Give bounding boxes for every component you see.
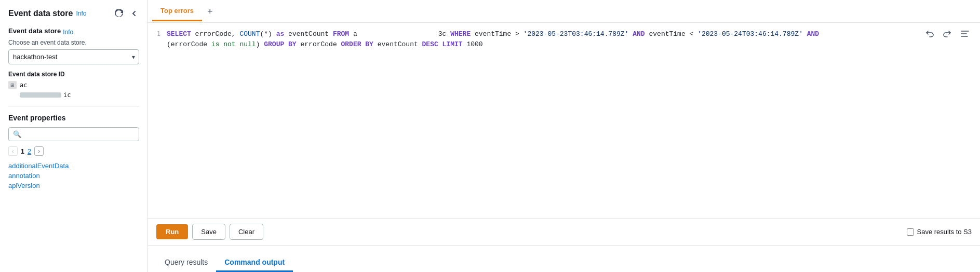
property-list: additionalEventData annotation apiVersio… bbox=[8, 162, 139, 189]
divider bbox=[8, 106, 139, 106]
choose-label: Choose an event data store. bbox=[8, 39, 139, 46]
prev-page-button[interactable]: ‹ bbox=[8, 146, 18, 156]
tab-query-results[interactable]: Query results bbox=[156, 254, 216, 272]
line-number: 1 bbox=[152, 29, 160, 37]
property-search-input[interactable] bbox=[24, 130, 135, 138]
results-tabs: Query results Command output bbox=[148, 245, 980, 272]
tab-top-errors[interactable]: Top errors bbox=[152, 2, 202, 21]
sidebar-title-group: Event data store Info bbox=[8, 9, 87, 18]
undo-button[interactable] bbox=[923, 27, 936, 43]
sidebar-title: Event data store bbox=[8, 9, 73, 18]
code-line-1: 1 SELECT errorCode, COUNT(*) as eventCou… bbox=[152, 29, 972, 39]
editor-area: 1 SELECT errorCode, COUNT(*) as eventCou… bbox=[148, 23, 980, 218]
save-s3-checkbox[interactable] bbox=[907, 228, 914, 236]
refresh-button[interactable] bbox=[114, 8, 125, 19]
run-button[interactable]: Run bbox=[156, 224, 188, 239]
code-line-2: (errorCode is not null) GROUP BY errorCo… bbox=[152, 39, 972, 50]
editor-toolbar bbox=[923, 27, 972, 43]
property-search-box[interactable]: 🔍 bbox=[8, 127, 139, 141]
id-prefix: ac bbox=[20, 81, 27, 89]
sidebar-controls bbox=[114, 8, 139, 19]
tab-top-errors-label: Top errors bbox=[160, 7, 194, 15]
button-bar: Run Save Clear Save results to S3 bbox=[148, 218, 980, 245]
event-data-store-select-wrapper: hackathon-test ▾ bbox=[8, 49, 139, 64]
sidebar-header: Event data store Info bbox=[8, 8, 139, 19]
sidebar-info-badge[interactable]: Info bbox=[76, 10, 86, 17]
event-properties-title: Event properties bbox=[8, 114, 139, 122]
search-icon: 🔍 bbox=[13, 130, 21, 138]
tab-command-output[interactable]: Command output bbox=[216, 254, 293, 272]
id-row: ⊞ ac bbox=[8, 81, 139, 89]
add-tab-button[interactable]: + bbox=[203, 5, 217, 18]
copy-icon: ⊞ bbox=[8, 81, 17, 89]
save-s3-wrapper: Save results to S3 bbox=[907, 228, 972, 236]
main-panel: Top errors + bbox=[148, 0, 980, 272]
next-page-button[interactable]: › bbox=[34, 146, 44, 156]
id-blurred-text bbox=[20, 92, 61, 98]
code-content: SELECT errorCode, COUNT(*) as eventCount… bbox=[167, 29, 972, 39]
id-section-label: Event data store ID bbox=[8, 71, 139, 78]
event-properties-section: Event properties 🔍 ‹ 1 2 › additionalEve… bbox=[8, 114, 139, 189]
id-suffix: ic bbox=[63, 91, 71, 99]
page-2[interactable]: 2 bbox=[28, 147, 31, 155]
format-button[interactable] bbox=[958, 27, 972, 43]
line-number bbox=[152, 39, 160, 40]
pagination: ‹ 1 2 › bbox=[8, 146, 139, 156]
tab-bar: Top errors + bbox=[148, 0, 980, 23]
code-content: (errorCode is not null) GROUP BY errorCo… bbox=[167, 39, 972, 50]
event-data-store-section: Event data store Info Choose an event da… bbox=[8, 27, 139, 71]
page-1[interactable]: 1 bbox=[21, 147, 24, 155]
code-editor[interactable]: 1 SELECT errorCode, COUNT(*) as eventCou… bbox=[148, 23, 980, 218]
collapse-button[interactable] bbox=[129, 8, 139, 19]
event-data-store-id-section: Event data store ID ⊞ ac ic bbox=[8, 71, 139, 99]
list-item[interactable]: additionalEventData bbox=[8, 162, 139, 170]
sidebar: Event data store Info Event data store I… bbox=[0, 0, 148, 272]
save-s3-label: Save results to S3 bbox=[917, 228, 972, 236]
section-info-badge[interactable]: Info bbox=[63, 29, 73, 36]
save-button[interactable]: Save bbox=[192, 224, 225, 240]
clear-button[interactable]: Clear bbox=[230, 224, 263, 240]
redo-button[interactable] bbox=[941, 27, 954, 43]
section-label: Event data store bbox=[8, 27, 61, 35]
list-item[interactable]: apiVersion bbox=[8, 182, 139, 189]
event-data-store-select[interactable]: hackathon-test bbox=[8, 49, 139, 64]
list-item[interactable]: annotation bbox=[8, 172, 139, 180]
